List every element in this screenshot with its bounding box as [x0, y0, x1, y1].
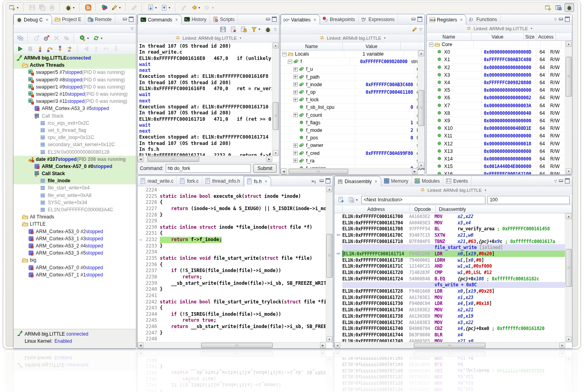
editor-line[interactable]: 2224 [138, 187, 326, 193]
editor-line[interactable]: 2230static inline struct inode *file_ino… [138, 224, 326, 231]
tab-thread-info-h[interactable]: thread_info.h [202, 176, 244, 186]
editor-line[interactable]: 2237 if (!S_ISREG(file_inode(file)->i_mo… [138, 268, 326, 274]
tree-row[interactable]: SYSC_write+0x34 [14, 199, 136, 206]
tree-row[interactable]: file_inode [14, 177, 136, 184]
disassembly-hscrollbar[interactable]: ◀ ▶ [334, 342, 565, 348]
step-over-button[interactable] [46, 45, 54, 53]
tree-row[interactable]: ARM_Cortex-A53_0 #2 stopped [14, 228, 136, 235]
continue-button[interactable] [16, 45, 25, 53]
tree-row[interactable]: file_start_write+0x4 [14, 184, 136, 191]
tab-fork-c[interactable]: fork.c [177, 176, 202, 186]
disassembly-row[interactable]: EL1N:0xFFFFFFC0001617207140203FCMPw1,#8,… [334, 269, 572, 276]
register-row[interactable]: X120x000000000000001864R/W [427, 140, 572, 147]
debug-bug-button[interactable]: ▼ [64, 4, 76, 12]
scroll-lock-button[interactable] [239, 25, 248, 33]
tree-row[interactable]: EL1N:0xFFFFFFC000083A4C [14, 206, 136, 213]
disassembly-row[interactable]: EL1N:0xFFFFFFC000161740B4000704CBZx4,{pc… [334, 325, 572, 332]
run-config-button[interactable]: ▼ [78, 34, 91, 42]
disassembly-row[interactable]: EL1N:0xFFFFFFC000161728F9401660LDRx0,[x1… [334, 288, 572, 294]
editor-line[interactable]: 2240} [138, 286, 326, 293]
clear-console-button[interactable] [229, 25, 238, 33]
editor-line[interactable]: ⇨2232 return f->f_inode; [138, 237, 326, 243]
tab-events[interactable]: Events [443, 176, 471, 186]
register-row[interactable]: X20x000000000000000064R/W [427, 64, 572, 71]
editor-line[interactable]: 2235static inline void file_start_write(… [138, 255, 326, 262]
tree-row[interactable]: ARM_Cortex-A53_3 #5 stopped [14, 105, 136, 112]
register-row[interactable]: X70x000000000000003A64R/W [427, 102, 572, 110]
tree-row[interactable]: Kswapper/0 #8 stopped (PID 0 was running… [14, 76, 136, 83]
expand-icon[interactable] [293, 151, 298, 155]
close-icon[interactable]: ✕ [374, 180, 378, 183]
tree-row[interactable]: date #107 stopped (PID 208 was running [14, 156, 136, 163]
view-menu-icon[interactable]: ▽ [274, 27, 277, 31]
tab-commands[interactable]: Commands✕ [138, 14, 182, 25]
tab-scripts[interactable]: Scripts [210, 14, 238, 24]
close-icon[interactable]: ✕ [45, 18, 49, 22]
disassembly-row[interactable]: EL1N:0xFFFFFFC000161710B7F804F5TBNZx21,#… [334, 238, 572, 245]
view-menu-icon[interactable]: ▽ [131, 27, 134, 31]
tree-row[interactable]: ARM_Cortex-A53_2 #4 stopped [14, 242, 136, 249]
tree-row[interactable]: Kswapper/3 #11 stopped (PID 0 was runnin… [14, 98, 136, 105]
collapse-icon[interactable] [288, 60, 292, 64]
variables-hscrollbar[interactable]: ◀ ▶ [281, 168, 418, 174]
kernel-value[interactable]: Enabled [54, 338, 72, 344]
editor-line[interactable]: 2242static inline bool file_start_write_… [138, 299, 326, 305]
submit-button[interactable]: Submit [253, 164, 277, 173]
variable-row[interactable]: f_sb_list_cpu0int [281, 104, 425, 111]
editor-line[interactable]: 2246 return __sb_start_write(file_inode(… [138, 324, 326, 330]
disassembly-row[interactable]: EL1N:0xFFFFFFC00016173CAA1603E3MOVx3,x22 [334, 319, 572, 326]
expand-icon[interactable] [293, 98, 298, 102]
expand-icon[interactable] [293, 67, 298, 71]
registers-vscrollbar[interactable]: ▲ ▼ [565, 41, 572, 174]
variable-row[interactable]: f_rastruct file_ [281, 157, 425, 165]
maximize-button[interactable] [129, 17, 134, 22]
tab-functions[interactable]: f()Functions [466, 14, 501, 24]
disassembly-vscrollbar[interactable]: ▲ ▼ [565, 213, 572, 342]
editor-line[interactable]: 2244 if (!S_ISREG(file_inode(file)->i_mo… [138, 311, 326, 318]
commands-hscrollbar[interactable]: ◀ ▶ [138, 156, 272, 162]
back-arrow-button[interactable]: ▼ [190, 4, 202, 12]
register-row[interactable]: X60x000000000000000264R/W [427, 94, 572, 102]
tab-history[interactable]: History [182, 14, 210, 24]
tree-row[interactable]: LITTLE [14, 220, 136, 228]
variable-row[interactable]: f_mode2fmode_t [281, 127, 425, 134]
close-icon[interactable]: ✕ [264, 180, 268, 183]
register-row[interactable]: X30x000000000000000064R/W [427, 71, 572, 79]
editor-line[interactable]: 2229 [138, 218, 326, 224]
step-out-button[interactable] [56, 45, 64, 53]
disassembly-row[interactable]: EL1N:0xFFFFFFC000161738AA1303E0MOVx0,x19 [334, 313, 572, 319]
editor-hscrollbar[interactable]: ◀ ▶ [138, 342, 326, 348]
linked-bar[interactable]: Linked: ARMv8 big.LITTLE▼ [281, 34, 425, 42]
minimize-button[interactable] [559, 179, 563, 183]
editor-line[interactable]: 2247} [138, 330, 326, 336]
close-icon[interactable]: ✕ [460, 18, 463, 22]
variable-row[interactable]: f_op0xFFFFFFC000461108const struct [281, 89, 425, 96]
tab-overflow-count[interactable]: »1 [310, 178, 318, 184]
rss-feed-button[interactable] [84, 4, 93, 12]
export-disasm-button[interactable] [337, 196, 345, 204]
debug-perspective-button[interactable] [565, 3, 574, 12]
editor-line[interactable]: 2231{ [138, 230, 326, 237]
tree-row[interactable]: file_end_write+0xA8 [14, 192, 136, 199]
register-row[interactable]: X100x0000000000400D1E64R/W [427, 125, 572, 132]
register-row[interactable]: X160xFFFFFFC00016210064R/W [427, 170, 572, 174]
variable-row[interactable]: f0xFFFFFFC009820800struct file [281, 58, 425, 66]
maximize-button[interactable] [565, 178, 570, 183]
commands-vscrollbar[interactable]: ▲ ▼ [272, 42, 279, 156]
editor-line[interactable]: 2238 return; [138, 274, 326, 280]
register-row[interactable]: X90x000000000000000064R/W [427, 117, 572, 125]
registers-header[interactable]: Name Value Size Access [427, 33, 572, 41]
tab-modules[interactable]: Modules [412, 176, 443, 186]
minimize-button[interactable] [320, 179, 324, 183]
minimize-button[interactable] [266, 17, 270, 21]
reset-button[interactable]: ▼ [92, 34, 104, 42]
tab-expressions[interactable]: x+y=?Expressions [359, 14, 398, 24]
export-wizard-button[interactable]: ▼ [160, 4, 172, 12]
command-input[interactable] [166, 164, 251, 173]
disassembly-row[interactable]: EL1N:0xFFFFFFC00016171C12140C21ANDw1,w1,… [334, 263, 572, 270]
import-wizard-button[interactable]: ▼ [146, 4, 159, 12]
register-row[interactable]: X150x001A440D4E00000064R/W [427, 163, 572, 170]
collapse-all-button[interactable] [16, 34, 25, 42]
expand-icon[interactable] [293, 75, 298, 79]
tab-fs-h[interactable]: fs.h✕ [244, 176, 271, 186]
